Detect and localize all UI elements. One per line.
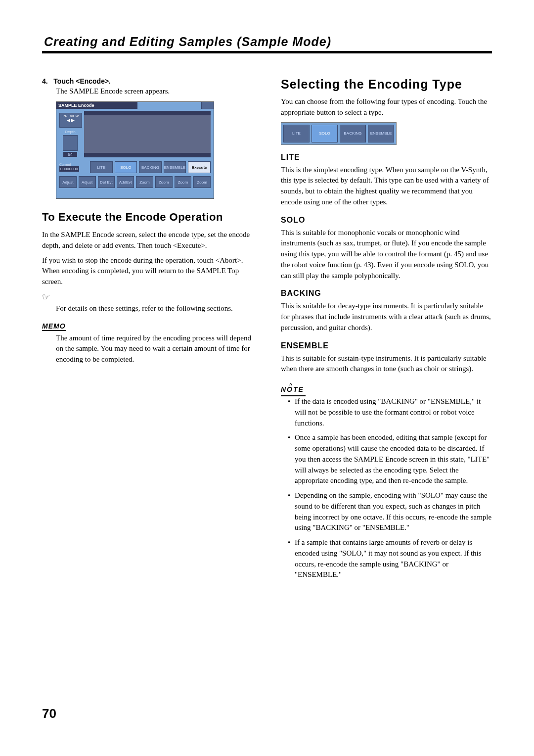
ss-depth-label: Depth [59,130,81,134]
ss-depth-value: 64 [63,152,77,157]
ss-zoom-2: Zoom [155,176,173,188]
note-item: Once a sample has been encoded, editing … [288,432,492,486]
ss-solo-tab: SOLO [115,161,137,173]
memo-label: MEMO [42,322,66,331]
ss-ensemble-tab: ENSEMBLE [164,161,186,173]
note-list: If the data is encoded using "BACKING" o… [281,396,492,580]
note-item: If a sample that contains large amounts … [288,537,492,580]
page-number: 70 [42,706,56,721]
left-column: 4. Touch <Encode>. The SAMPLE Encode scr… [42,77,253,584]
ss-current-label: Current [59,163,79,166]
selecting-heading: Selecting the Encoding Type [281,77,492,92]
enc-solo: SOLO [312,125,338,142]
step-label: Touch <Encode>. [53,77,111,85]
ss-zoom-4: Zoom [193,176,211,188]
ensemble-heading: ENSEMBLE [281,341,492,350]
encoding-type-buttons: LITE SOLO BACKING ENSEMBLE [281,122,397,145]
ss-waveform [84,111,211,157]
enc-ensemble: ENSEMBLE [368,125,394,142]
right-column: Selecting the Encoding Type You can choo… [281,77,492,584]
selecting-intro: You can choose from the following four t… [281,96,492,118]
execute-p1: In the SAMPLE Encode screen, select the … [42,230,253,251]
sample-encode-screenshot: SAMPLE Encode PREVIEW ◀ ▶ Depth 64 [56,101,214,199]
step-description: The SAMPLE Encode screen appears. [56,87,253,95]
enc-backing: BACKING [340,125,366,142]
execute-heading: To Execute the Encode Operation [42,211,253,224]
note-item: If the data is encoded using "BACKING" o… [288,396,492,428]
ss-current: Current 00000000 [59,161,88,173]
execute-p2: If you wish to stop the encode during th… [42,255,253,287]
backing-text: This is suitable for decay-type instrume… [281,301,492,333]
lite-text: This is the simplest encoding type. When… [281,165,492,208]
lite-heading: LITE [281,153,492,162]
ss-zoom-3: Zoom [175,176,192,188]
hand-text: For details on these settings, refer to … [56,303,253,314]
step-number: 4. [42,77,48,85]
solo-heading: SOLO [281,216,492,225]
enc-lite: LITE [283,125,310,142]
note-caret-icon: ^ [289,382,293,388]
ss-del-evt: Del Evt [98,176,115,188]
hand-icon: ☞ [42,291,253,302]
ss-lite-tab: LITE [90,161,113,173]
ss-current-value: 00000000 [59,166,79,172]
memo-text: The amount of time required by the encod… [56,333,253,365]
note-item: Depending on the sample, encoding with "… [288,490,492,533]
ensemble-text: This is suitable for sustain-type instru… [281,353,492,375]
solo-text: This is suitable for monophonic vocals o… [281,228,492,282]
ss-depth: Depth 64 [59,130,81,154]
chapter-header: Creating and Editing Samples (Sample Mod… [42,35,492,53]
ss-adjust-left: Adjust [59,176,77,188]
ss-backing-tab: BACKING [139,161,162,173]
ss-add-evt: AddEvt [117,176,134,188]
backing-heading: BACKING [281,289,492,298]
ss-title: SAMPLE Encode [56,102,137,109]
ss-zoom-1: Zoom [136,176,153,188]
ss-preview: PREVIEW ◀ ▶ [59,113,82,128]
ss-execute-button: Execute [188,161,211,173]
chapter-title: Creating and Editing Samples (Sample Mod… [42,35,492,53]
ss-adjust-right: Adjust [79,176,96,188]
ss-preview-label: PREVIEW [60,114,82,118]
note-label: ^ NOTE [281,385,304,393]
ss-menu-icon [201,102,214,109]
